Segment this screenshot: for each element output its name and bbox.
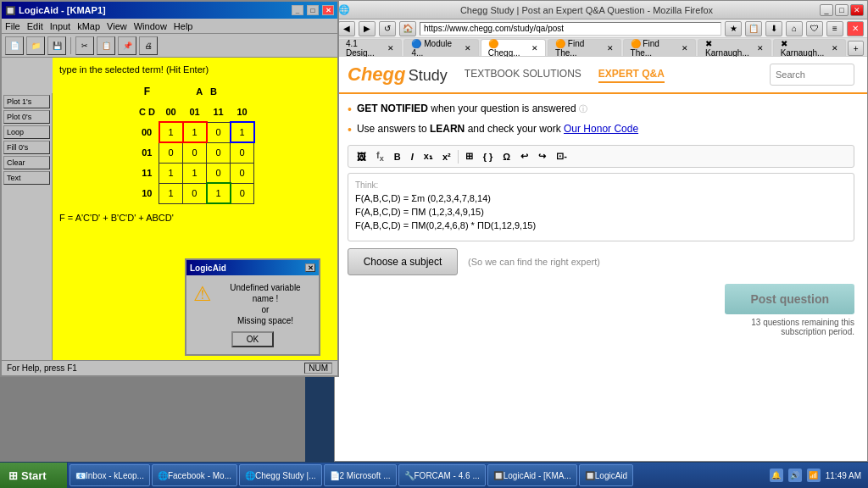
- toolbar-open[interactable]: 📁: [26, 36, 45, 55]
- cell-2-3[interactable]: 0: [231, 163, 254, 183]
- cell-2-1[interactable]: 1: [183, 163, 207, 183]
- loop-btn[interactable]: Loop: [3, 125, 50, 139]
- menu-view[interactable]: View: [107, 21, 127, 31]
- tab-chegg[interactable]: 🟠 Chegg... ✕: [481, 39, 546, 56]
- bookmark-manager[interactable]: 📋: [745, 21, 762, 36]
- tab-module[interactable]: 🔵 Module 4... ✕: [403, 39, 478, 56]
- toolbar-new[interactable]: 📄: [5, 36, 24, 55]
- tab-karnaugh1[interactable]: ✖ Karnaugh... ✕: [698, 39, 771, 56]
- back-btn[interactable]: ◀: [338, 21, 355, 36]
- menu-help[interactable]: Help: [174, 21, 193, 31]
- browser-maximize-btn[interactable]: □: [835, 4, 849, 16]
- menu-input[interactable]: Input: [50, 21, 70, 31]
- toolbar-superscript[interactable]: x²: [439, 151, 454, 163]
- refresh-btn[interactable]: ↺: [379, 21, 396, 36]
- cell-1-1[interactable]: 0: [183, 142, 207, 163]
- address-bar[interactable]: [420, 22, 721, 36]
- tab-design[interactable]: 4.1 Desig... ✕: [338, 39, 402, 56]
- tab-find1-close[interactable]: ✕: [607, 44, 614, 53]
- toolbar-subscript[interactable]: x₁: [420, 150, 436, 163]
- tab-module-close[interactable]: ✕: [465, 44, 471, 53]
- toolbar-redo[interactable]: ↪: [535, 150, 549, 163]
- new-tab-btn[interactable]: +: [848, 41, 864, 56]
- home-nav-btn[interactable]: ⌂: [786, 21, 803, 36]
- download-btn[interactable]: ⬇: [765, 21, 782, 36]
- nav-textbook[interactable]: TEXTBOOK SOLUTIONS: [465, 66, 581, 83]
- menu-file[interactable]: File: [5, 21, 20, 31]
- chegg-search-input[interactable]: [770, 64, 854, 86]
- tab-find2-close[interactable]: ✕: [682, 44, 688, 53]
- cell-3-0[interactable]: 1: [159, 183, 183, 203]
- editor-area[interactable]: Think: F(A,B,C,D) = Σm (0,2,3,4,7,8,14) …: [348, 173, 854, 241]
- cell-3-3[interactable]: 0: [231, 183, 254, 203]
- plot-ones-btn[interactable]: Plot 1's: [3, 95, 50, 108]
- toolbar-italic[interactable]: I: [408, 151, 417, 163]
- toolbar-save[interactable]: 💾: [47, 36, 66, 55]
- nav-expert[interactable]: EXPERT Q&A: [598, 66, 665, 83]
- plot-zeros-btn[interactable]: Plot 0's: [3, 110, 50, 124]
- browser-close-btn[interactable]: ✕: [850, 4, 864, 16]
- browser-minimize-btn[interactable]: _: [820, 4, 833, 16]
- text-btn[interactable]: Text: [3, 171, 50, 185]
- cell-3-2[interactable]: 1: [207, 183, 231, 203]
- toolbar-code[interactable]: { }: [480, 151, 497, 163]
- toolbar-print[interactable]: 🖨: [139, 36, 158, 55]
- clear-btn[interactable]: Clear: [3, 156, 50, 169]
- dialog-ok-btn[interactable]: OK: [231, 331, 274, 347]
- tab-karnaugh2-close[interactable]: ✕: [832, 44, 838, 53]
- forward-btn[interactable]: ▶: [359, 21, 376, 36]
- menu-kmap[interactable]: kMap: [77, 21, 100, 31]
- toolbar-undo[interactable]: ↩: [517, 150, 531, 163]
- toolbar-copy[interactable]: 📋: [97, 36, 115, 55]
- cell-1-3[interactable]: 0: [231, 142, 254, 163]
- kmap-minimize-btn[interactable]: _: [292, 5, 303, 15]
- tab-find1[interactable]: 🟠 Find The... ✕: [548, 39, 621, 56]
- cell-2-2[interactable]: 0: [207, 163, 231, 183]
- cell-1-2[interactable]: 0: [207, 142, 231, 163]
- honor-code-link[interactable]: Our Honor Code: [564, 123, 638, 135]
- taskbar-forcam[interactable]: 🔧 FORCAM - 4.6 ...: [398, 464, 486, 486]
- nav-close-btn[interactable]: ✕: [847, 21, 864, 36]
- toolbar-paste[interactable]: 📌: [118, 36, 136, 55]
- menu-window[interactable]: Window: [134, 21, 167, 31]
- dialog-close-btn[interactable]: ✕: [305, 263, 315, 272]
- cell-0-2[interactable]: 0: [207, 122, 231, 142]
- tab-karnaugh2[interactable]: ✖ Karnaugh... ✕: [773, 39, 847, 56]
- kmap-maximize-btn[interactable]: □: [307, 5, 319, 15]
- cell-1-0[interactable]: 0: [159, 142, 183, 163]
- toolbar-bold[interactable]: B: [391, 151, 404, 163]
- cell-0-1[interactable]: 1: [183, 122, 207, 142]
- toolbar-fx[interactable]: fx: [373, 149, 387, 164]
- menu-edit[interactable]: Edit: [27, 21, 43, 31]
- menu-nav-btn[interactable]: ≡: [826, 21, 843, 36]
- toolbar-symbol[interactable]: Ω: [499, 151, 514, 163]
- col-01: 01: [183, 102, 207, 122]
- fill-zeros-btn[interactable]: Fill 0's: [3, 141, 50, 154]
- toolbar-image[interactable]: 🖼: [353, 151, 370, 163]
- editor-toolbar: 🖼 fx B I x₁ x² ⊞ { } Ω ↩ ↪ ⊡-: [348, 145, 854, 168]
- tab-find2[interactable]: 🟠 Find The... ✕: [623, 39, 697, 56]
- tab-karnaugh1-close[interactable]: ✕: [757, 44, 764, 53]
- kmap-close-btn[interactable]: ✕: [322, 5, 334, 15]
- cell-3-1[interactable]: 0: [183, 183, 207, 203]
- tab-chegg-close[interactable]: ✕: [531, 44, 538, 53]
- toolbar-table[interactable]: ⊞: [462, 150, 476, 163]
- taskbar-inbox[interactable]: 📧 Inbox - kLeop...: [70, 464, 150, 486]
- shield-btn[interactable]: 🛡: [806, 21, 823, 36]
- bookmark-star[interactable]: ★: [725, 21, 742, 36]
- start-button[interactable]: ⊞ Start: [0, 463, 68, 488]
- taskbar-facebook[interactable]: 🌐 Facebook - Mo...: [152, 464, 237, 486]
- toolbar-cut[interactable]: ✂: [75, 36, 94, 55]
- toolbar-extra[interactable]: ⊡-: [553, 150, 570, 163]
- cell-0-0[interactable]: 1: [159, 122, 183, 142]
- taskbar-microsoft[interactable]: 📄 2 Microsoft ...: [324, 464, 397, 486]
- choose-subject-btn[interactable]: Choose a subject: [348, 248, 458, 275]
- post-question-btn[interactable]: Post question: [725, 284, 854, 314]
- cell-0-3[interactable]: 1: [231, 122, 254, 142]
- taskbar-logicaid2[interactable]: 🔲 LogicAid: [579, 464, 633, 486]
- taskbar-logicaid1[interactable]: 🔲 LogicAid - [KMA...: [487, 464, 577, 486]
- cell-2-0[interactable]: 1: [159, 163, 183, 183]
- tab-design-close[interactable]: ✕: [387, 44, 394, 53]
- taskbar-chegg[interactable]: 🌐 Chegg Study |...: [239, 464, 322, 486]
- home-btn[interactable]: 🏠: [399, 21, 416, 36]
